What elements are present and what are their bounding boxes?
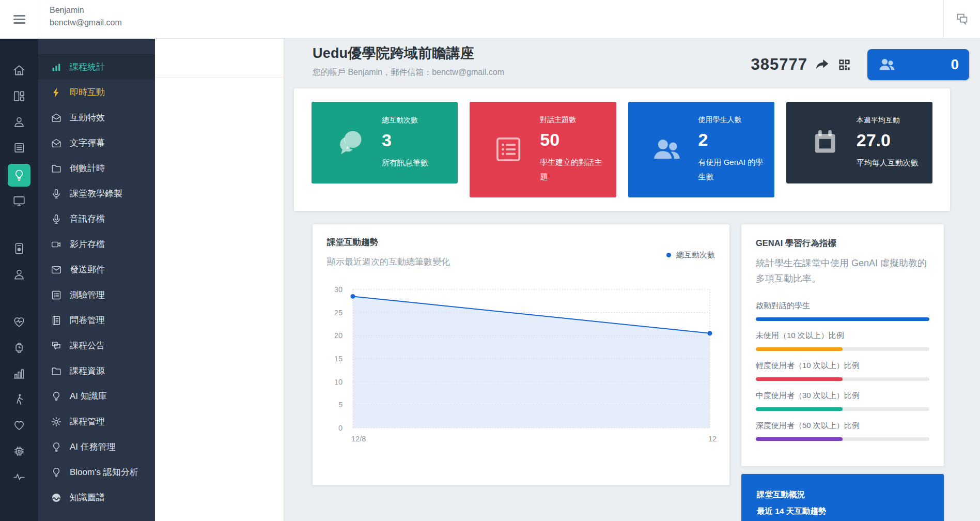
chart-title: 課堂互動趨勢 — [327, 237, 715, 248]
sidebar-item-16[interactable]: Bloom's 認知分析 — [38, 459, 155, 485]
stat-label: 本週平均互動 — [857, 116, 922, 125]
progress-fill — [756, 377, 843, 381]
chat-bubbles-icon — [322, 127, 379, 159]
sidebar-item-0[interactable]: 課程統計 — [38, 54, 155, 80]
progress-fill — [756, 347, 843, 351]
genai-metric-0: 啟動對話的學生 — [756, 301, 929, 321]
sidebar-item-17[interactable]: 知識圖譜 — [38, 485, 155, 510]
stat-sublabel: 有使用 GenAI 的學生數 — [698, 155, 764, 184]
progress-track — [756, 317, 929, 321]
heart-icon — [12, 419, 26, 432]
progress-track — [756, 377, 929, 381]
sidebar-item-2[interactable]: 互動特效 — [38, 105, 155, 130]
genai-metric-label: 深度使用者（50 次以上）比例 — [756, 421, 929, 431]
mail-open-icon — [51, 137, 62, 149]
main-content: Uedu優學院跨域前瞻講座 您的帳戶 Benjamin，郵件信箱：benctw@… — [284, 39, 980, 521]
sidebar-item-14[interactable]: 課程管理 — [38, 409, 155, 434]
chat-duplicate-icon — [954, 11, 970, 27]
rail-item-home[interactable] — [8, 64, 30, 77]
people-icon — [651, 133, 683, 165]
sidebar-item-label: 課程統計 — [70, 61, 105, 73]
svg-text:5: 5 — [338, 401, 343, 409]
rail-item-heart[interactable] — [8, 419, 30, 432]
page-title: Uedu優學院跨域前瞻講座 — [313, 44, 504, 63]
hamburger-menu-button[interactable] — [0, 0, 39, 38]
svg-text:10: 10 — [334, 377, 343, 386]
progress-track — [756, 437, 929, 441]
knowledge-graph-icon — [51, 492, 62, 503]
rail-item-heart-pulse[interactable] — [8, 315, 30, 329]
sidebar-item-13[interactable]: AI 知識庫 — [38, 384, 155, 409]
list-icon — [480, 133, 537, 165]
home-icon — [12, 64, 26, 77]
legend-dot — [666, 253, 671, 257]
rail-item-id-card[interactable] — [8, 242, 30, 255]
sidebar-item-label: 倒數計時 — [70, 162, 105, 174]
sidebar-item-6[interactable]: 音訊存檔 — [38, 206, 155, 232]
rail-item-lightbulb[interactable] — [8, 164, 30, 187]
share-icon[interactable] — [814, 56, 831, 73]
svg-text:20: 20 — [334, 331, 343, 340]
top-header: Benjamin benctw@gmail.com — [0, 0, 980, 39]
activity-icon — [12, 470, 26, 484]
video-icon — [51, 239, 62, 250]
chat-duplicate-icon — [51, 340, 62, 351]
folder-icon — [51, 365, 62, 377]
progress-fill — [756, 437, 843, 441]
sidebar-item-1[interactable]: 即時互動 — [38, 80, 155, 105]
session-code: 385777 — [751, 55, 807, 74]
cpu-icon — [12, 445, 26, 458]
genai-metric-2: 輕度使用者（10 次以上）比例 — [756, 361, 929, 381]
rail-item-cpu[interactable] — [8, 445, 30, 458]
people-icon — [639, 133, 695, 165]
rail-item-monitor[interactable] — [8, 194, 30, 208]
rail-item-layout[interactable] — [8, 89, 30, 103]
sidebar-item-label: 課程資源 — [70, 365, 105, 377]
sidebar-item-9[interactable]: 測驗管理 — [38, 282, 155, 308]
id-card-icon — [12, 242, 26, 255]
sidebar-item-3[interactable]: 文字彈幕 — [38, 130, 155, 156]
lightbulb-icon — [12, 168, 26, 182]
rail-item-user[interactable] — [8, 268, 30, 281]
svg-text:30: 30 — [334, 285, 343, 294]
qr-code-icon[interactable] — [837, 58, 851, 72]
sidebar-item-10[interactable]: 問卷管理 — [38, 308, 155, 333]
svg-text:12/15: 12/15 — [708, 435, 717, 443]
sidebar-item-15[interactable]: AI 任務管理 — [38, 434, 155, 459]
sidebar-item-12[interactable]: 課程資源 — [38, 358, 155, 384]
rail-item-bar-chart[interactable] — [8, 367, 30, 380]
line-chart-svg: 05101520253012/812/15 — [327, 280, 717, 447]
sidebar-item-label: 互動特效 — [70, 112, 105, 124]
list-icon — [492, 133, 524, 165]
rail-item-news[interactable] — [8, 141, 30, 155]
stat-value: 50 — [540, 130, 605, 150]
svg-text:15: 15 — [334, 355, 343, 363]
chart-subtitle: 顯示最近週次的互動總筆數變化 — [327, 256, 715, 268]
participants-button[interactable]: 0 — [867, 49, 969, 80]
svg-text:25: 25 — [334, 308, 343, 316]
summary-subtitle: 最近 14 天互動趨勢 — [757, 506, 928, 517]
sidebar-item-4[interactable]: 倒數計時 — [38, 156, 155, 181]
rail-item-activity[interactable] — [8, 470, 30, 484]
legend-label: 總互動次數 — [676, 250, 715, 260]
sidebar-item-label: 文字彈幕 — [70, 137, 105, 149]
bar-chart-filled-icon — [51, 62, 62, 73]
header-chat-button[interactable] — [943, 0, 980, 38]
rail-item-walking[interactable] — [8, 393, 30, 406]
summary-title: 課堂互動概況 — [757, 489, 928, 500]
header-user-name: Benjamin — [50, 6, 943, 15]
sidebar-item-8[interactable]: 發送郵件 — [38, 257, 155, 282]
genai-metric-label: 輕度使用者（10 次以上）比例 — [756, 361, 929, 371]
sidebar-item-5[interactable]: 課堂教學錄製 — [38, 181, 155, 206]
gear-icon — [51, 416, 62, 427]
layout-icon — [12, 89, 26, 103]
sidebar-item-7[interactable]: 影片存檔 — [38, 232, 155, 257]
stat-card-0: 總互動次數3所有訊息筆數 — [312, 102, 458, 183]
sidebar-item-label: 課程公告 — [70, 340, 105, 351]
rail-item-user[interactable] — [8, 115, 30, 129]
progress-fill — [756, 407, 843, 411]
watch-icon — [12, 341, 26, 355]
rail-item-watch[interactable] — [8, 341, 30, 355]
genai-metric-4: 深度使用者（50 次以上）比例 — [756, 421, 929, 441]
sidebar-item-11[interactable]: 課程公告 — [38, 333, 155, 358]
